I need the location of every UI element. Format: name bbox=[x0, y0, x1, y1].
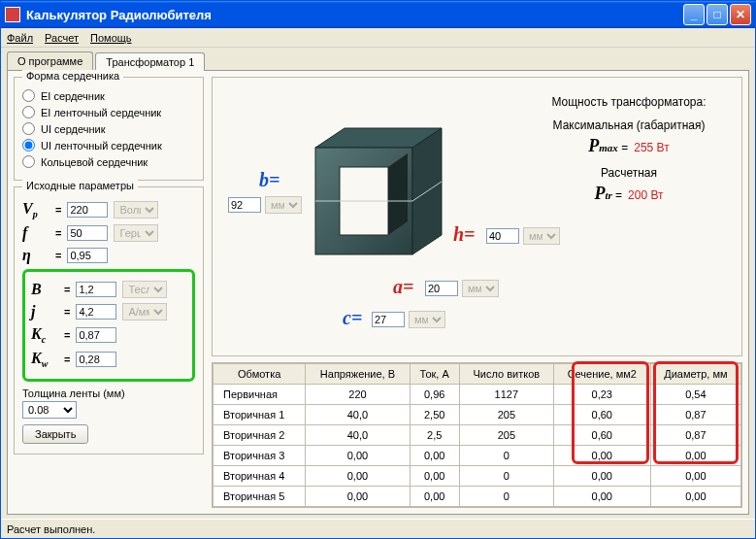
diagram-area: b= мм c= мм a= мм h= bbox=[212, 77, 742, 356]
table-cell: 40,0 bbox=[306, 405, 410, 425]
sym-kc: Kc bbox=[31, 325, 58, 345]
table-row: Вторичная 140,02,502050,600,87 bbox=[214, 405, 741, 425]
table-cell: 0,00 bbox=[650, 466, 740, 487]
table-cell: 0,54 bbox=[650, 385, 740, 405]
unit-dim-a[interactable]: мм bbox=[462, 280, 499, 297]
menu-file[interactable]: Файл bbox=[7, 32, 33, 44]
menu-calc[interactable]: Расчет bbox=[45, 32, 79, 44]
table-cell: Первичная bbox=[214, 385, 306, 405]
sym-eta: η bbox=[22, 247, 49, 264]
close-button[interactable]: ✕ bbox=[730, 4, 751, 25]
close-button-form[interactable]: Закрыть bbox=[22, 424, 88, 444]
table-cell: 2,50 bbox=[410, 405, 459, 425]
table-cell: 0,00 bbox=[306, 466, 410, 487]
sym-pmax: Pmax bbox=[588, 136, 618, 155]
table-cell: 1127 bbox=[459, 385, 553, 405]
winding-table-wrap: ОбмоткаНапряжение, ВТок, АЧисло витковСе… bbox=[212, 362, 742, 508]
input-dim-h[interactable] bbox=[486, 228, 519, 244]
sym-b: B bbox=[31, 281, 58, 298]
power-title: Мощность трансформатора: bbox=[522, 95, 736, 109]
power-max-label: Максимальная (габаритная) bbox=[522, 118, 736, 132]
table-header: Диаметр, мм bbox=[650, 364, 740, 385]
menubar: Файл Расчет Помощь bbox=[1, 28, 755, 48]
titlebar: Калькулятор Радиолюбителя _ □ ✕ bbox=[1, 1, 755, 28]
minimize-button[interactable]: _ bbox=[683, 4, 705, 25]
core-form-legend: Форма сердечника bbox=[22, 70, 123, 82]
params-legend: Исходные параметры bbox=[22, 180, 138, 191]
table-header: Обмотка bbox=[214, 364, 306, 385]
radio-ring[interactable]: Кольцевой сердечник bbox=[22, 155, 195, 168]
dim-c-label: c= bbox=[343, 307, 362, 329]
unit-dim-c[interactable]: мм bbox=[409, 311, 445, 328]
sym-f: f bbox=[22, 224, 49, 242]
app-window: Калькулятор Радиолюбителя _ □ ✕ Файл Рас… bbox=[0, 0, 756, 539]
table-cell: 0,00 bbox=[410, 466, 459, 487]
input-B[interactable] bbox=[76, 282, 116, 297]
radio-ei-tape[interactable]: EI ленточный сердечник bbox=[22, 106, 195, 118]
tab-transformer1[interactable]: Трансформатор 1 bbox=[95, 52, 205, 71]
table-cell: 0,23 bbox=[553, 385, 650, 405]
maximize-button[interactable]: □ bbox=[707, 4, 728, 25]
table-cell: 0,00 bbox=[650, 487, 740, 507]
table-header: Сечение, мм2 bbox=[553, 364, 650, 385]
input-kw[interactable] bbox=[76, 352, 116, 367]
table-cell: 0,00 bbox=[553, 446, 650, 466]
radio-ui[interactable]: UI сердечник bbox=[22, 122, 195, 135]
table-cell: 0,87 bbox=[650, 405, 740, 425]
table-cell: 0,87 bbox=[650, 425, 740, 446]
table-cell: 0 bbox=[459, 487, 553, 507]
input-f[interactable] bbox=[67, 225, 108, 241]
core-form-group: Форма сердечника EI сердечник EI ленточн… bbox=[14, 77, 204, 181]
statusbar: Расчет выполнен. bbox=[1, 519, 755, 538]
dim-h-label: h= bbox=[453, 223, 476, 246]
table-cell: 0,96 bbox=[410, 385, 459, 405]
radio-ei[interactable]: EI сердечник bbox=[22, 89, 195, 102]
unit-dim-b[interactable]: мм bbox=[265, 196, 302, 214]
sym-kw: Kw bbox=[31, 350, 58, 369]
unit-B[interactable]: Тесла bbox=[122, 281, 167, 298]
input-eta[interactable] bbox=[67, 248, 108, 263]
unit-f[interactable]: Герц bbox=[114, 224, 158, 242]
dim-b-label: b= bbox=[259, 169, 279, 191]
tab-panel: Форма сердечника EI сердечник EI ленточн… bbox=[7, 70, 749, 515]
highlight-params: B = Тесла j = А/мм2 Kc = bbox=[22, 269, 195, 381]
table-cell: Вторичная 5 bbox=[214, 487, 306, 507]
power-block: Мощность трансформатора: Максимальная (г… bbox=[522, 84, 736, 350]
unit-dim-h[interactable]: мм bbox=[523, 227, 560, 245]
table-cell: 0,00 bbox=[410, 446, 459, 466]
table-cell: 0 bbox=[459, 446, 553, 466]
unit-j[interactable]: А/мм2 bbox=[122, 303, 167, 320]
input-dim-c[interactable] bbox=[372, 312, 405, 327]
input-vp[interactable] bbox=[67, 202, 108, 218]
table-cell: 0,00 bbox=[410, 487, 459, 507]
sym-j: j bbox=[31, 303, 58, 320]
tape-label: Толщина ленты (мм) bbox=[22, 387, 195, 399]
table-row: Первичная2200,9611270,230,54 bbox=[214, 385, 741, 405]
table-cell: Вторичная 4 bbox=[214, 466, 306, 487]
table-cell: 40,0 bbox=[306, 425, 410, 446]
input-j[interactable] bbox=[76, 304, 116, 320]
table-cell: 0 bbox=[459, 466, 553, 487]
sym-vp: Vp bbox=[22, 200, 49, 219]
input-dim-b[interactable] bbox=[228, 197, 261, 213]
table-row: Вторичная 50,000,0000,000,00 bbox=[214, 487, 741, 507]
table-cell: Вторичная 1 bbox=[214, 405, 306, 425]
app-icon bbox=[5, 7, 20, 22]
menu-help[interactable]: Помощь bbox=[90, 32, 132, 44]
winding-table: ОбмоткаНапряжение, ВТок, АЧисло витковСе… bbox=[213, 363, 741, 507]
radio-ui-tape[interactable]: UI ленточный сердечник bbox=[22, 139, 195, 152]
table-cell: 0,00 bbox=[650, 446, 740, 466]
table-cell: 0,00 bbox=[306, 487, 410, 507]
tab-about[interactable]: О программе bbox=[7, 51, 93, 70]
table-cell: 220 bbox=[306, 385, 410, 405]
window-title: Калькулятор Радиолюбителя bbox=[26, 8, 212, 22]
power-calc-label: Расчетная bbox=[522, 166, 736, 180]
core-diagram-icon bbox=[296, 118, 480, 284]
input-kc[interactable] bbox=[76, 327, 116, 343]
tape-select[interactable]: 0.08 bbox=[22, 401, 77, 419]
table-header: Число витков bbox=[459, 364, 553, 385]
svg-marker-4 bbox=[388, 153, 408, 235]
input-dim-a[interactable] bbox=[425, 281, 458, 296]
table-header: Ток, А bbox=[410, 364, 459, 385]
unit-vp[interactable]: Вольт bbox=[114, 201, 158, 219]
